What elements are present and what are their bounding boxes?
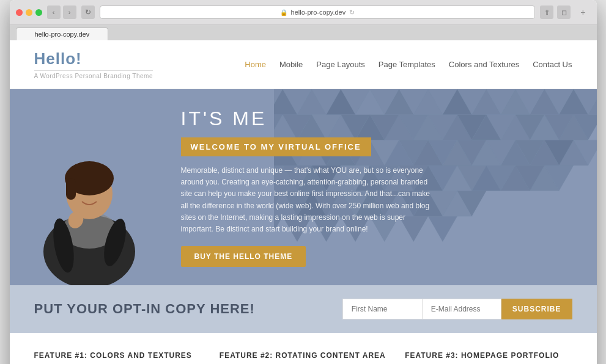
browser-action-buttons: ⇧ ◻ (540, 5, 571, 19)
logo-tagline: A WordPress Personal Branding Theme (34, 73, 153, 79)
bookmark-button[interactable]: ◻ (557, 5, 571, 19)
tab-label: hello-pro-copy.dev (35, 31, 90, 38)
forward-button[interactable]: › (63, 5, 76, 19)
nav-colors-textures[interactable]: Colors and Textures (449, 60, 519, 69)
email-input[interactable] (422, 299, 501, 319)
address-bar[interactable]: 🔒 hello-pro-copy.dev ↻ (100, 5, 536, 19)
window-controls (16, 9, 42, 16)
feature-item-2: FEATURE #2: ROTATING CONTENT AREA Use th… (220, 351, 386, 364)
lock-icon: 🔒 (280, 9, 287, 16)
svg-rect-119 (66, 178, 76, 200)
feature-2-title: FEATURE #2: ROTATING CONTENT AREA (220, 351, 386, 360)
browser-window: ‹ › ↻ 🔒 hello-pro-copy.dev ↻ ⇧ ◻ + hello… (10, 0, 597, 364)
feature-item-1: FEATURE #1: COLORS AND TEXTURES Unique c… (34, 351, 201, 364)
reload-icon: ↻ (349, 9, 355, 16)
optin-copy-text: PUT YOUR OPT-IN COPY HERE! (34, 301, 328, 317)
nav-page-templates[interactable]: Page Templates (379, 60, 435, 69)
feature-3-title: FEATURE #3: HOMEPAGE PORTFOLIO (405, 351, 572, 360)
feature-item-3: FEATURE #3: HOMEPAGE PORTFOLIO Show off … (405, 351, 572, 364)
new-tab-button[interactable]: + (575, 5, 590, 20)
site-logo: Hello! A WordPress Personal Branding The… (34, 49, 153, 79)
minimize-button[interactable] (26, 9, 32, 16)
nav-page-layouts[interactable]: Page Layouts (316, 60, 365, 69)
logo-title: Hello! (34, 49, 153, 68)
nav-mobile[interactable]: Mobile (279, 60, 303, 69)
subscribe-button[interactable]: SUBSCRIBE (501, 299, 572, 319)
feature-1-title: FEATURE #1: COLORS AND TEXTURES (34, 351, 201, 360)
hero-body-text: Memorable, distinct and unique — that's … (181, 165, 432, 235)
refresh-button[interactable]: ↻ (81, 5, 95, 19)
active-tab[interactable]: hello-pro-copy.dev (16, 27, 109, 40)
close-button[interactable] (16, 9, 23, 16)
site-header: Hello! A WordPress Personal Branding The… (10, 40, 597, 89)
logo-divider (34, 70, 153, 71)
hero-person-image (28, 126, 163, 285)
back-button[interactable]: ‹ (47, 5, 61, 19)
nav-contact[interactable]: Contact Us (533, 60, 572, 69)
hero-section: IT'S ME WELCOME TO MY VIRTUAL OFFICE Mem… (10, 89, 597, 285)
features-section: FEATURE #1: COLORS AND TEXTURES Unique c… (10, 333, 597, 364)
hero-content: IT'S ME WELCOME TO MY VIRTUAL OFFICE Mem… (181, 89, 456, 285)
share-button[interactable]: ⇧ (540, 5, 553, 19)
tab-bar: hello-pro-copy.dev (10, 25, 597, 40)
hero-title: IT'S ME (181, 107, 432, 130)
site-content: Hello! A WordPress Personal Branding The… (10, 40, 597, 364)
url-text: hello-pro-copy.dev (291, 9, 346, 16)
optin-section: PUT YOUR OPT-IN COPY HERE! SUBSCRIBE (10, 285, 597, 333)
hero-cta-button[interactable]: BUY THE HELLO THEME (181, 246, 306, 267)
maximize-button[interactable] (35, 9, 42, 16)
hero-subtitle: WELCOME TO MY VIRTUAL OFFICE (181, 137, 371, 156)
first-name-input[interactable] (342, 299, 422, 319)
browser-nav-buttons: ‹ › (47, 5, 76, 19)
site-nav: Home Mobile Page Layouts Page Templates … (245, 60, 572, 69)
optin-form: SUBSCRIBE (342, 299, 572, 319)
browser-chrome: ‹ › ↻ 🔒 hello-pro-copy.dev ↻ ⇧ ◻ + (10, 0, 597, 25)
nav-home[interactable]: Home (245, 60, 266, 69)
